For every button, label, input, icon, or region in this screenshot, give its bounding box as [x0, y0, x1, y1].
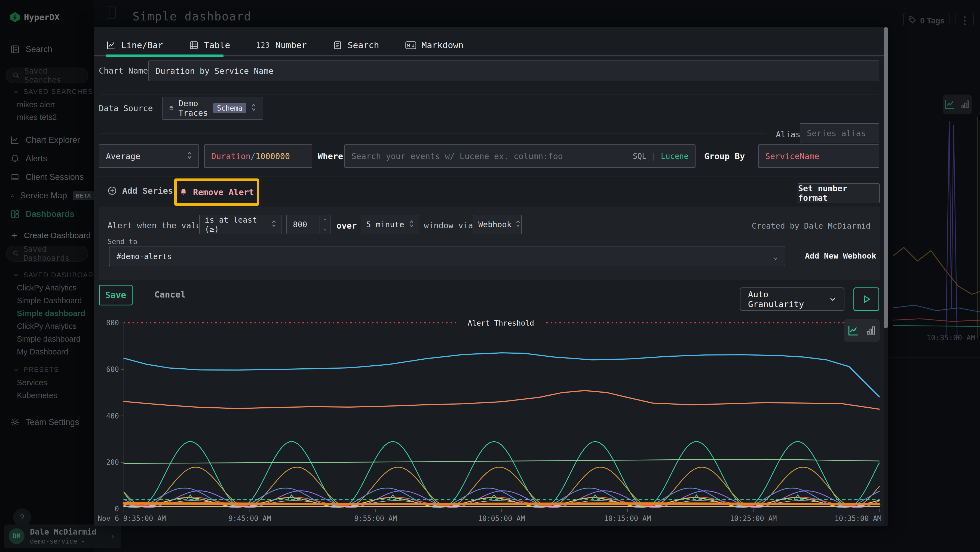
svg-text:400: 400 [106, 412, 119, 420]
remove-alert-button[interactable]: Remove Alert [180, 187, 254, 197]
chart-name-input[interactable]: Duration by Service Name [148, 61, 879, 81]
send-to-select[interactable]: #demo-alerts ⌄ [109, 247, 785, 266]
add-new-webhook-link[interactable]: Add New Webhook [805, 251, 876, 260]
search-list-icon [333, 41, 342, 50]
svg-text:10:15:00 AM: 10:15:00 AM [604, 514, 651, 523]
svg-text:10:35:00 AM: 10:35:00 AM [835, 514, 881, 523]
select-chevrons-icon [251, 103, 256, 113]
divider [99, 94, 879, 95]
group-by-label: Group By [704, 151, 745, 161]
where-label: Where [318, 151, 343, 161]
bell-icon [180, 188, 188, 196]
chevron-down-icon [829, 296, 836, 303]
select-chevrons-icon [409, 220, 414, 230]
send-to-label: Send to [108, 238, 137, 246]
search-events-input[interactable]: Search your events w/ Lucene ex. column:… [344, 144, 695, 168]
preview-chart[interactable]: 0200400600800Nov 6 9:35:00 AM9:45:00 AM9… [94, 316, 884, 526]
chart-type-tabs: Line/Bar Table 123 Number Search Markdow… [106, 35, 464, 55]
alert-channel-select[interactable]: Webhook [473, 215, 522, 234]
edit-chart-modal: Line/Bar Table 123 Number Search Markdow… [94, 27, 888, 526]
select-chevrons-icon [516, 220, 520, 230]
svg-text:Nov 6 9:35:00 AM: Nov 6 9:35:00 AM [98, 514, 166, 523]
modal-scrollbar-track[interactable] [884, 27, 888, 526]
app-root: Simple dashboard 0 Tags [0, 0, 980, 552]
cancel-button[interactable]: Cancel [154, 289, 186, 300]
select-chevrons-icon [187, 151, 192, 161]
line-chart-icon [848, 324, 859, 337]
tab-line-bar[interactable]: Line/Bar [106, 40, 163, 50]
alert-threshold-input[interactable]: 800 ⌃⌄ [286, 215, 331, 234]
tab-table[interactable]: Table [189, 40, 230, 50]
svg-text:Alert Threshold: Alert Threshold [468, 319, 534, 327]
chart-display-toggle[interactable] [844, 319, 880, 341]
remove-alert-highlight-annotation: Remove Alert [174, 179, 259, 206]
plus-circle-icon [108, 186, 117, 195]
chart-name-label: Chart Name [99, 66, 148, 75]
add-series-button[interactable]: Add Series [108, 186, 173, 196]
field-expression-input[interactable]: Duration/1000000 [204, 144, 312, 168]
tab-search[interactable]: Search [333, 40, 379, 50]
markdown-icon [405, 41, 416, 49]
group-by-input[interactable]: ServiceName [758, 144, 879, 168]
alert-prefix-label: Alert when the value [108, 221, 206, 230]
run-chart-button[interactable] [853, 287, 879, 311]
query-language-toggle[interactable]: SQL | Lucene [633, 152, 689, 161]
window-via-label: window via [424, 221, 473, 230]
modal-scrollbar-thumb[interactable] [884, 27, 888, 328]
data-source-select[interactable]: Demo Traces Schema [162, 97, 263, 120]
tab-number[interactable]: 123 Number [256, 40, 307, 50]
set-number-format-button[interactable]: Set number format [798, 183, 880, 203]
svg-text:9:45:00 AM: 9:45:00 AM [228, 514, 271, 523]
over-label: over [336, 221, 357, 230]
alert-condition-select[interactable]: is at least (≥) [199, 215, 282, 234]
created-by-label: Created by Dale McDiarmid [752, 221, 871, 230]
schema-badge: Schema [213, 103, 247, 113]
svg-text:600: 600 [106, 365, 119, 373]
alias-label: Alias [776, 130, 800, 139]
alert-window-select[interactable]: 5 minute [361, 215, 419, 234]
granularity-select[interactable]: Auto Granularity [740, 287, 845, 311]
database-icon [169, 104, 174, 112]
select-chevrons-icon [272, 220, 276, 230]
number-123-icon: 123 [256, 41, 270, 49]
line-chart-icon [106, 40, 116, 50]
svg-text:10:05:00 AM: 10:05:00 AM [478, 514, 525, 523]
data-source-label: Data Source [99, 104, 153, 113]
bar-chart-icon [865, 325, 876, 336]
svg-text:200: 200 [106, 458, 119, 466]
svg-text:10:25:00 AM: 10:25:00 AM [730, 514, 776, 523]
save-button[interactable]: Save [99, 285, 132, 305]
active-tab-indicator [106, 54, 223, 57]
svg-text:800: 800 [106, 319, 119, 327]
svg-text:0: 0 [115, 505, 119, 513]
alias-input[interactable]: Series alias [800, 123, 879, 143]
line-chart: 0200400600800Nov 6 9:35:00 AM9:45:00 AM9… [94, 316, 884, 526]
table-icon [189, 41, 199, 50]
number-stepper[interactable]: ⌃⌄ [320, 215, 330, 234]
tab-markdown[interactable]: Markdown [405, 40, 464, 50]
chevron-down-icon: ⌄ [773, 252, 778, 261]
svg-text:9:55:00 AM: 9:55:00 AM [355, 514, 397, 523]
play-icon [862, 295, 871, 304]
aggregation-select[interactable]: Average [99, 144, 199, 168]
